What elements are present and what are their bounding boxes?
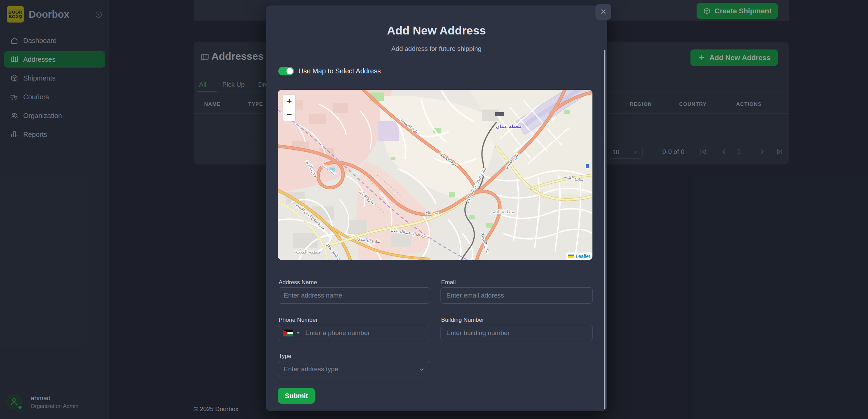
email-field[interactable] [440, 287, 593, 304]
svg-text:حي التاج: حي التاج [425, 211, 439, 215]
leaflet-link[interactable]: Leaflet [576, 254, 590, 259]
submit-button[interactable]: Submit [278, 388, 315, 404]
phone-number-input[interactable] [300, 329, 425, 337]
map-station-building [495, 112, 504, 116]
jordan-flag-icon[interactable] [283, 330, 293, 336]
zoom-in-button[interactable]: + [283, 95, 295, 108]
country-dropdown-caret[interactable] [296, 332, 300, 334]
svg-text:منطقة المدينة: منطقة المدينة [295, 249, 321, 255]
modal-title: Add New Address [266, 24, 607, 37]
close-icon: ✕ [600, 8, 606, 16]
add-address-modal: ✕ Add New Address Add address for future… [266, 5, 607, 411]
address-name-label: Address Name [279, 279, 317, 286]
modal-scrollbar[interactable] [604, 50, 605, 409]
type-select[interactable] [278, 361, 430, 377]
close-button[interactable]: ✕ [596, 4, 611, 20]
svg-text:محطة عمان: محطة عمان [496, 124, 522, 129]
zoom-out-button[interactable]: − [283, 108, 295, 121]
use-map-toggle-label: Use Map to Select Address [298, 67, 381, 75]
map-zoom-control: + − [283, 95, 296, 121]
modal-subtitle: Add address for future shipping [266, 45, 607, 53]
amman-map-svg[interactable]: شارع الاستقلال شارع الاستقلال محطة عمان … [278, 90, 592, 260]
leaflet-attribution[interactable]: Leaflet [566, 252, 592, 260]
submit-label: Submit [285, 392, 308, 400]
svg-text:منطقة النصر: منطقة النصر [490, 209, 514, 215]
building-number-input[interactable] [440, 325, 593, 341]
building-number-label: Building Number [441, 317, 484, 323]
phone-number-label: Phone Number [279, 317, 318, 323]
toggle-knob [286, 68, 293, 74]
address-name-input[interactable] [278, 287, 430, 304]
map-blue-poi [586, 164, 589, 168]
email-label: Email [441, 279, 456, 286]
use-map-toggle[interactable] [278, 67, 294, 75]
phone-input-group [278, 325, 430, 341]
ukraine-flag-icon [568, 255, 574, 258]
type-label: Type [279, 353, 291, 360]
leaflet-map[interactable]: شارع الاستقلال شارع الاستقلال محطة عمان … [278, 90, 592, 260]
